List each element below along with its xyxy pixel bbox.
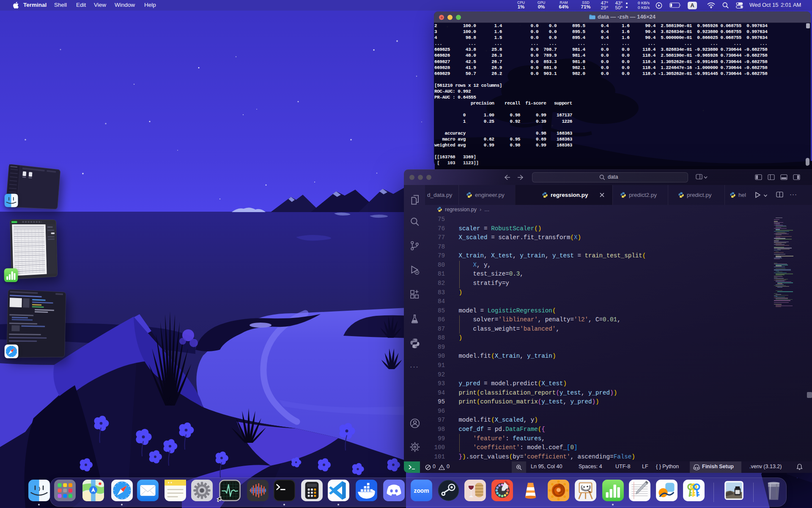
svg-text:zoom: zoom: [414, 488, 429, 494]
